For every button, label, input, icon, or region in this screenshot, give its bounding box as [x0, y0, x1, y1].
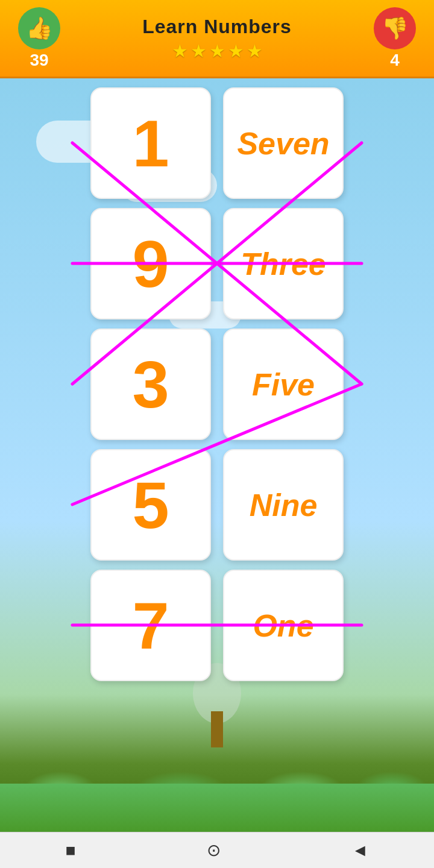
score-bad: 👎 4 — [368, 7, 422, 70]
card-word-three[interactable]: Three — [223, 208, 344, 319]
number-display-7: 7 — [132, 593, 169, 659]
card-word-five[interactable]: Five — [223, 329, 344, 440]
good-score: 39 — [30, 51, 48, 70]
card-number-7[interactable]: 7 — [90, 570, 211, 681]
word-display-five: Five — [252, 366, 315, 403]
card-number-1[interactable]: 1 — [90, 87, 211, 199]
header: 👍 39 Learn Numbers ★ ★ ★ ★ ★ 👎 4 — [0, 0, 434, 78]
card-number-3[interactable]: 3 — [90, 329, 211, 440]
word-display-three: Three — [241, 246, 326, 282]
cards-container: 1 9 3 5 7 Seven Three Five — [12, 87, 422, 681]
right-column: Seven Three Five Nine One — [223, 87, 344, 681]
card-number-9[interactable]: 9 — [90, 208, 211, 319]
number-display-3: 3 — [132, 351, 169, 418]
word-display-seven: Seven — [237, 125, 329, 162]
score-good: 👍 39 — [12, 7, 66, 70]
word-display-nine: Nine — [250, 487, 318, 523]
tree-trunk — [211, 711, 223, 747]
number-display-1: 1 — [132, 110, 169, 177]
card-word-seven[interactable]: Seven — [223, 87, 344, 199]
nav-home-button[interactable]: ⊙ — [207, 840, 221, 860]
card-word-one[interactable]: One — [223, 570, 344, 681]
number-display-5: 5 — [132, 472, 169, 538]
star-2: ★ — [190, 40, 207, 61]
thumbs-down-icon: 👎 — [374, 7, 416, 49]
star-1: ★ — [172, 40, 188, 61]
word-display-one: One — [253, 608, 313, 644]
card-word-nine[interactable]: Nine — [223, 449, 344, 561]
bad-score: 4 — [390, 51, 400, 70]
star-4: ★ — [228, 40, 244, 61]
header-center: Learn Numbers ★ ★ ★ ★ ★ — [66, 16, 368, 61]
nav-back-button[interactable]: ◄ — [352, 841, 369, 860]
grass — [0, 784, 434, 832]
nav-stop-button[interactable]: ■ — [66, 841, 76, 860]
star-5: ★ — [247, 40, 263, 61]
left-column: 1 9 3 5 7 — [90, 87, 211, 681]
nav-bar: ■ ⊙ ◄ — [0, 832, 434, 868]
star-3: ★ — [209, 40, 225, 61]
thumbs-up-icon: 👍 — [18, 7, 60, 49]
number-display-9: 9 — [132, 231, 169, 297]
game-area: 1 9 3 5 7 Seven Three Five — [0, 78, 434, 690]
card-number-5[interactable]: 5 — [90, 449, 211, 561]
stars-row: ★ ★ ★ ★ ★ — [172, 40, 263, 61]
game-title: Learn Numbers — [142, 16, 292, 38]
